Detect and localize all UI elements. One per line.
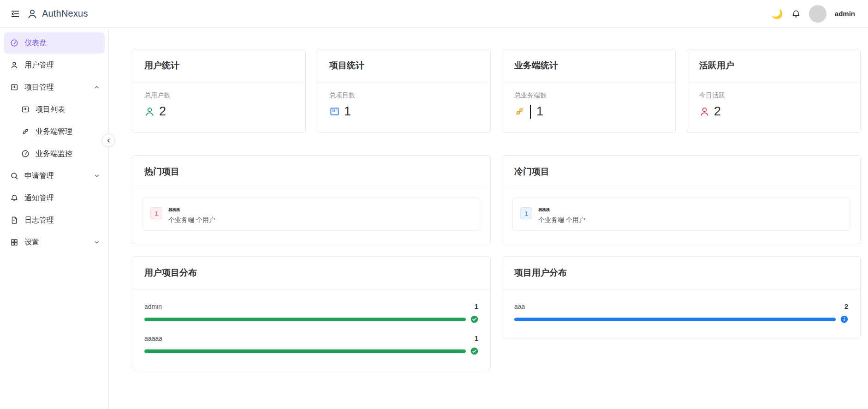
distribution-label: aaa [514,303,525,310]
stat-label: 总用户数 [144,91,293,100]
app-header: AuthNexus 🌙 admin [0,0,868,28]
gauge-icon [21,150,30,158]
stat-label: 总项目数 [329,91,478,100]
user-icon [10,61,18,69]
sidebar-item-label: 通知管理 [24,193,100,203]
plug-icon [514,106,525,117]
bell-icon [10,194,18,202]
notifications-button[interactable] [791,9,801,18]
project-name: aaa [168,205,215,213]
sidebar-item-projects[interactable]: 项目管理 [4,77,105,98]
chevron-up-icon [94,84,100,90]
distributions-row: 用户项目分布 admin 1 [132,256,861,370]
sidebar-item-client-management[interactable]: 业务端管理 [4,121,105,142]
text-caret [530,105,531,119]
main-content: 用户统计 总用户数 2 项目统计 总项目数 [109,28,868,409]
stat-label: 总业务端数 [514,91,663,100]
card-title: 热门项目 [132,156,490,188]
layout: 仪表盘 用户管理 项目管理 [0,28,868,409]
progress-bar [144,349,466,353]
theme-toggle-button[interactable]: 🌙 [772,9,783,18]
brand-user-icon [27,8,38,19]
hot-projects-card: 热门项目 1 aaa 个业务端 个用户 [132,155,491,244]
stats-row: 用户统计 总用户数 2 项目统计 总项目数 [132,49,861,133]
sidebar-item-label: 项目列表 [36,105,100,114]
sidebar-collapse-button[interactable] [102,134,115,147]
sidebar-item-label: 仪表盘 [24,38,100,48]
cold-projects-card: 冷门项目 1 aaa 个业务端 个用户 [502,155,861,244]
rank-badge: 1 [520,207,532,219]
sidebar-item-dashboard[interactable]: 仪表盘 [4,32,105,54]
bell-icon [791,9,801,18]
stat-value: 1 [536,104,543,119]
sidebar-item-label: 用户管理 [24,60,100,70]
stat-value: 2 [714,104,721,119]
header-right: 🌙 admin [772,5,855,23]
project-icon [329,106,340,117]
stat-card-projects: 项目统计 总项目数 1 [317,49,491,133]
card-title: 项目用户分布 [502,257,860,289]
username: admin [835,10,855,18]
chevron-left-icon [106,138,112,144]
chevron-down-icon [94,239,100,246]
project-desc: 个业务端 个用户 [168,216,215,224]
card-title: 业务端统计 [502,49,675,82]
user-icon [699,106,710,117]
stat-card-clients: 业务端统计 总业务端数 1 [502,49,676,133]
sidebar-item-label: 申请管理 [24,171,88,181]
stat-card-users: 用户统计 总用户数 2 [132,49,306,133]
project-list-item[interactable]: 1 aaa 个业务端 个用户 [512,198,850,231]
distribution-label: admin [144,303,162,310]
sidebar: 仪表盘 用户管理 项目管理 [0,28,109,409]
distribution-row: aaaaa 1 [144,334,478,355]
check-circle-icon [470,315,478,323]
chevron-down-icon [94,173,100,179]
sidebar-item-client-monitoring[interactable]: 业务端监控 [4,143,105,164]
check-circle-icon [470,347,478,355]
user-project-distribution-card: 用户项目分布 admin 1 [132,256,491,370]
card-title: 用户项目分布 [132,257,490,289]
user-icon [144,106,155,117]
sidebar-fold-button[interactable] [10,9,20,19]
sidebar-item-applications[interactable]: 申请管理 [4,165,105,186]
stat-value: 2 [159,104,166,119]
sidebar-item-settings[interactable]: 设置 [4,232,105,253]
project-user-distribution-card: 项目用户分布 aaa 2 [502,256,861,338]
stat-label: 今日活跃 [699,91,848,100]
brand: AuthNexus [27,8,88,19]
info-circle-icon [840,315,848,323]
progress-bar [144,318,466,321]
plug-icon [21,127,30,136]
sidebar-item-label: 项目管理 [24,83,88,92]
sidebar-item-label: 设置 [24,238,88,247]
card-title: 项目统计 [317,49,490,82]
stat-value: 1 [344,104,351,119]
project-desc: 个业务端 个用户 [538,216,585,224]
sidebar-item-logs[interactable]: 日志管理 [4,210,105,231]
sidebar-item-users[interactable]: 用户管理 [4,54,105,76]
distribution-value: 2 [844,302,848,310]
sidebar-item-label: 业务端管理 [36,127,100,137]
distribution-label: aaaaa [144,335,162,342]
search-icon [10,172,18,180]
card-title: 冷门项目 [502,156,860,188]
brand-title: AuthNexus [42,8,88,19]
sidebar-item-project-list[interactable]: 项目列表 [4,99,105,120]
avatar[interactable] [809,5,826,23]
distribution-value: 1 [475,334,478,342]
sidebar-item-label: 日志管理 [24,216,100,225]
project-icon [21,105,30,114]
project-lists-row: 热门项目 1 aaa 个业务端 个用户 冷门项目 1 [132,155,861,244]
menu-fold-icon [10,9,20,19]
card-title: 活跃用户 [687,49,860,82]
distribution-row: aaa 2 [514,302,848,323]
progress-bar [514,318,836,321]
distribution-row: admin 1 [144,302,478,323]
gauge-icon [10,39,18,47]
sidebar-item-notifications[interactable]: 通知管理 [4,187,105,209]
distribution-value: 1 [475,302,478,310]
project-icon [10,83,18,91]
card-title: 用户统计 [132,49,305,82]
grid-icon [10,238,18,247]
project-list-item[interactable]: 1 aaa 个业务端 个用户 [143,198,480,231]
